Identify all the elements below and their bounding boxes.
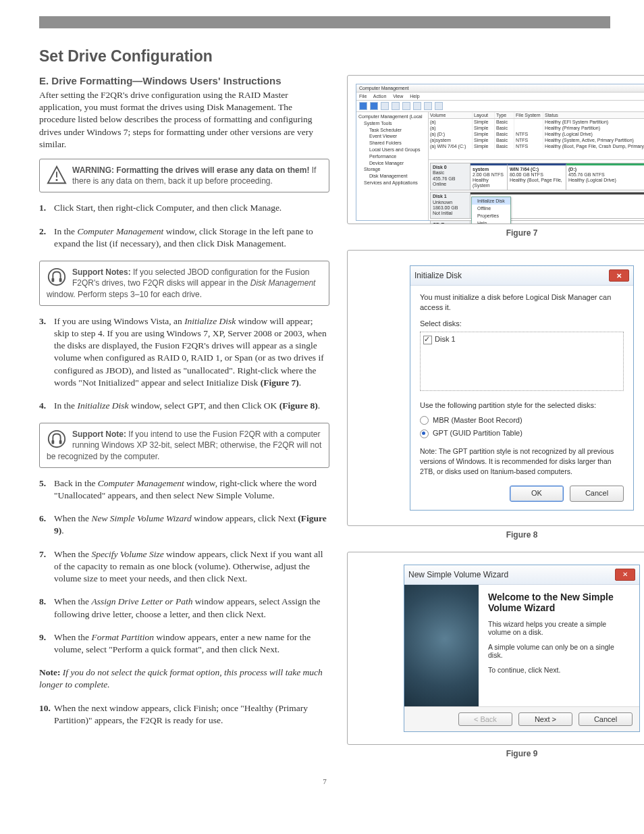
ok-button[interactable]: OK	[510, 486, 564, 501]
tree-eventviewer[interactable]: Event Viewer	[358, 133, 426, 140]
checkbox-icon[interactable]	[423, 336, 432, 344]
menu-file[interactable]: File	[359, 94, 367, 99]
grid-row[interactable]: (a)SimpleBasicHealthy (EFI System Partit…	[429, 119, 644, 125]
grid-row[interactable]: (a) (D:)SimpleBasicNTFSHealthy (Logical …	[429, 131, 644, 137]
tree-root[interactable]: Computer Management (Local	[358, 113, 426, 120]
wizard-p3: To continue, click Next.	[488, 666, 630, 674]
disk-listbox[interactable]: Disk 1	[420, 332, 624, 391]
wizard-p2: A simple volume can only be on a single …	[488, 643, 630, 659]
intro-text: After setting the F2QR's drive configura…	[39, 89, 329, 151]
nav-fwd-icon[interactable]	[370, 102, 378, 110]
cancel-button[interactable]: Cancel	[570, 486, 624, 501]
step-5: 5.Back in the Computer Management window…	[39, 477, 329, 502]
step-4: 4.In the Initialize Disk window, select …	[39, 400, 329, 412]
next-button[interactable]: Next >	[518, 712, 572, 726]
warning-icon	[47, 165, 67, 185]
section-heading: E. Drive Formatting—Windows Users' Instr…	[39, 75, 329, 86]
dialog-title: Initialize Disk	[414, 271, 462, 280]
svg-point-3	[49, 269, 65, 285]
warning-bold: Formatting the drives will erase any dat…	[116, 165, 309, 175]
page-number: 7	[39, 777, 610, 785]
figure-9-caption: Figure 9	[347, 749, 644, 758]
cm-title: Computer Management	[356, 84, 644, 93]
wizard-p1: This wizard helps you create a simple vo…	[488, 620, 630, 636]
close-icon[interactable]: ✕	[609, 269, 629, 282]
dialog-text: You must initialize a disk before Logica…	[420, 292, 624, 313]
toolbar-icon[interactable]	[381, 102, 389, 110]
svg-rect-4	[52, 278, 55, 282]
partition-style-label: Use the following partition style for th…	[420, 400, 624, 411]
initialize-disk-dialog: Initialize Disk ✕ You must initialize a …	[410, 265, 634, 511]
grid-row[interactable]: (a)SimpleBasicHealthy (Primary Partition…	[429, 125, 644, 131]
menu-help[interactable]: Help	[410, 94, 419, 99]
ctx-help[interactable]: Help	[472, 219, 510, 224]
step-10: 10.When the next window appears, click F…	[39, 702, 329, 727]
radio-mbr[interactable]	[420, 416, 429, 425]
toolbar-icon[interactable]	[392, 102, 400, 110]
step-1: 1.Click Start, then right-click Computer…	[39, 202, 329, 214]
support-icon	[47, 267, 67, 287]
figure-8: Initialize Disk ✕ You must initialize a …	[347, 250, 644, 540]
step-3: 3.If you are using Windows Vista, an Ini…	[39, 315, 329, 389]
tree-tasksched[interactable]: Task Scheduler	[358, 127, 426, 134]
tree-diskmgmt[interactable]: Disk Management	[358, 173, 426, 180]
cdrom[interactable]: CD-RDVD (E:)No Media	[430, 220, 644, 224]
tree-sharedfolders[interactable]: Shared Folders	[358, 140, 426, 147]
tree-performance[interactable]: Performance	[358, 153, 426, 160]
radio-gpt[interactable]	[420, 429, 429, 438]
disk-0[interactable]: Disk 0Basic455.76 GBOnline system2.00 GB…	[430, 163, 644, 190]
figure-7-caption: Figure 7	[347, 228, 644, 238]
figure-8-caption: Figure 8	[347, 530, 644, 540]
figure-7: Computer Management File Action View Hel…	[347, 75, 644, 238]
nav-back-icon[interactable]	[359, 102, 367, 110]
cm-menu: File Action View Help	[356, 93, 644, 101]
ctx-properties[interactable]: Properties	[472, 212, 510, 219]
svg-point-6	[49, 431, 65, 447]
tree-devicemgr[interactable]: Device Manager	[358, 160, 426, 167]
tree-localusers[interactable]: Local Users and Groups	[358, 147, 426, 153]
tree-storage[interactable]: Storage	[358, 166, 426, 173]
cm-tree: Computer Management (Local System Tools …	[356, 112, 429, 220]
wizard-title: New Simple Volume Wizard	[408, 570, 508, 579]
ctx-offline[interactable]: Offline	[472, 205, 510, 212]
close-icon[interactable]: ✕	[615, 569, 635, 581]
tree-systools[interactable]: System Tools	[358, 120, 426, 127]
warning-label: WARNING:	[72, 165, 114, 175]
radio-gpt-label: GPT (GUID Partition Table)	[433, 429, 522, 437]
wizard-heading: Welcome to the New Simple Volume Wizard	[488, 592, 630, 613]
ctx-initialize-disk[interactable]: Initialize Disk	[472, 197, 510, 205]
disk-1[interactable]: Disk 1Unknown1863.00 GBNot Initial 1863.…	[430, 192, 644, 219]
disk-item[interactable]: Disk 1	[435, 335, 456, 343]
toolbar-icon[interactable]	[413, 102, 421, 110]
note-line: Note: If you do not select the quick for…	[39, 667, 329, 691]
svg-rect-8	[59, 440, 62, 444]
menu-view[interactable]: View	[393, 94, 403, 99]
grid-row[interactable]: (a)systemSimpleBasicNTFSHealthy (System,…	[429, 137, 644, 143]
volume-grid-header: Volume Layout Type File System Status Ca…	[429, 112, 644, 119]
step-7: 7.When the Specify Volume Size window ap…	[39, 548, 329, 585]
toolbar-icon[interactable]	[424, 102, 432, 110]
toolbar-icon[interactable]	[402, 102, 410, 110]
warning-box: WARNING: Formatting the drives will eras…	[39, 159, 329, 192]
step-9: 9.When the Format Partition window appea…	[39, 631, 329, 656]
volume-grid: (a)SimpleBasicHealthy (EFI System Partit…	[429, 119, 644, 159]
figure-9: New Simple Volume Wizard ✕ Welcome to th…	[347, 552, 644, 758]
back-button[interactable]: < Back	[458, 712, 512, 726]
support-note-2: Support Note: If you intend to use the F…	[39, 423, 329, 468]
dialog-note: Note: The GPT partition style is not rec…	[420, 446, 624, 476]
radio-mbr-label: MBR (Master Boot Record)	[433, 416, 522, 424]
wizard-sidebar-image	[404, 585, 479, 706]
svg-rect-5	[59, 278, 62, 282]
tree-services[interactable]: Services and Applications	[358, 180, 426, 186]
toolbar-icon[interactable]	[435, 102, 443, 110]
step-6: 6.When the New Simple Volume Wizard wind…	[39, 513, 329, 537]
select-disks-label: Select disks:	[420, 319, 624, 329]
grid-row[interactable]: (a) WIN 7/64 (C:)SimpleBasicNTFSHealthy …	[429, 143, 644, 149]
cm-toolbar	[356, 101, 644, 112]
step-8: 8.When the Assign Drive Letter or Path w…	[39, 596, 329, 620]
top-rule	[39, 16, 610, 28]
cancel-button[interactable]: Cancel	[579, 712, 633, 726]
page-title: Set Drive Configuration	[39, 47, 610, 66]
support-icon	[47, 429, 67, 449]
menu-action[interactable]: Action	[373, 94, 386, 99]
